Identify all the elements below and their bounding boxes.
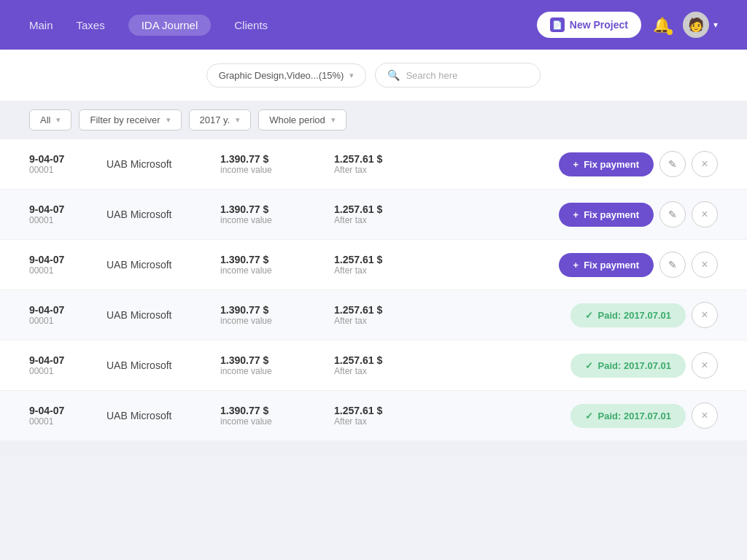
income-amount: 1.390.77 $ — [220, 354, 322, 366]
close-button[interactable]: × — [692, 302, 718, 328]
close-button[interactable]: × — [692, 201, 718, 228]
close-button[interactable]: × — [692, 252, 718, 278]
fix-payment-label: Fix payment — [584, 260, 639, 271]
invoice-date: 9-04-07 — [29, 405, 95, 416]
after-tax-amount: 1.257.61 $ — [334, 354, 436, 366]
col-date: 9-04-07 00001 — [29, 405, 95, 427]
fix-payment-button[interactable]: + Fix payment — [559, 203, 654, 227]
main-nav: Main Taxes IDA Journel Clients — [29, 15, 268, 36]
close-icon: × — [701, 359, 708, 372]
chevron-down-icon: ▾ — [349, 71, 354, 80]
edit-button[interactable]: ✎ — [659, 201, 686, 228]
col-income: 1.390.77 $ income value — [220, 254, 322, 276]
col-after-tax: 1.257.61 $ After tax — [334, 153, 436, 175]
income-amount: 1.390.77 $ — [220, 203, 322, 215]
fix-payment-button[interactable]: + Fix payment — [559, 253, 654, 277]
income-label: income value — [220, 165, 322, 175]
after-tax-label: After tax — [334, 366, 436, 376]
fix-payment-label: Fix payment — [584, 159, 639, 170]
after-tax-label: After tax — [334, 265, 436, 276]
income-label: income value — [220, 265, 322, 276]
table-row: 9-04-07 00001 UAB Microsoft 1.390.77 $ i… — [0, 240, 747, 290]
search-icon: 🔍 — [387, 69, 400, 81]
close-icon: × — [701, 409, 708, 422]
col-date: 9-04-07 00001 — [29, 153, 95, 175]
paid-button: ✓ Paid: 2017.07.01 — [570, 354, 686, 378]
document-icon: 📄 — [550, 18, 565, 32]
search-bar[interactable]: 🔍 — [375, 63, 541, 88]
notification-dot — [667, 29, 673, 35]
filter-receiver-dropdown[interactable]: Filter by receiver ▾ — [79, 109, 181, 131]
table-row: 9-04-07 00001 UAB Microsoft 1.390.77 $ i… — [0, 391, 747, 441]
invoice-date: 9-04-07 — [29, 354, 95, 366]
table-row: 9-04-07 00001 UAB Microsoft 1.390.77 $ i… — [0, 190, 747, 240]
chevron-down-icon: ▾ — [56, 115, 61, 125]
paid-button: ✓ Paid: 2017.07.01 — [570, 303, 686, 327]
after-tax-label: After tax — [334, 215, 436, 225]
invoice-date: 9-04-07 — [29, 153, 95, 165]
chevron-down-icon: ▾ — [166, 115, 171, 125]
table-row: 9-04-07 00001 UAB Microsoft 1.390.77 $ i… — [0, 290, 747, 341]
edit-button[interactable]: ✎ — [659, 151, 686, 177]
col-date: 9-04-07 00001 — [29, 203, 95, 225]
paid-button: ✓ Paid: 2017.07.01 — [570, 404, 686, 428]
after-tax-amount: 1.257.61 $ — [334, 254, 436, 265]
col-client: UAB Microsoft — [107, 158, 209, 170]
search-input[interactable] — [406, 70, 528, 81]
col-after-tax: 1.257.61 $ After tax — [334, 254, 436, 276]
income-label: income value — [220, 316, 322, 326]
check-icon: ✓ — [585, 411, 593, 421]
after-tax-amount: 1.257.61 $ — [334, 304, 436, 316]
chevron-down-icon: ▾ — [713, 20, 718, 30]
fix-payment-button[interactable]: + Fix payment — [559, 152, 654, 176]
col-action: ✓ Paid: 2017.07.01 × — [570, 302, 718, 328]
close-button[interactable]: × — [692, 151, 718, 177]
close-button[interactable]: × — [692, 352, 718, 378]
after-tax-label: After tax — [334, 165, 436, 175]
invoice-id: 00001 — [29, 165, 95, 175]
col-income: 1.390.77 $ income value — [220, 304, 322, 326]
after-tax-amount: 1.257.61 $ — [334, 203, 436, 215]
edit-icon: ✎ — [668, 209, 677, 220]
col-income: 1.390.77 $ income value — [220, 203, 322, 225]
close-button[interactable]: × — [692, 402, 718, 429]
all-dropdown[interactable]: All ▾ — [29, 109, 71, 131]
user-menu[interactable]: 🧑 ▾ — [683, 12, 718, 38]
invoice-id: 00001 — [29, 316, 95, 326]
main-header: Main Taxes IDA Journel Clients 📄 New Pro… — [0, 0, 747, 50]
after-tax-label: After tax — [334, 316, 436, 326]
nav-ida-journel[interactable]: IDA Journel — [128, 15, 212, 36]
new-project-button[interactable]: 📄 New Project — [537, 12, 641, 38]
after-tax-amount: 1.257.61 $ — [334, 405, 436, 416]
col-action: ✓ Paid: 2017.07.01 × — [570, 352, 718, 378]
fix-payment-label: Fix payment — [584, 209, 639, 220]
col-income: 1.390.77 $ income value — [220, 354, 322, 376]
paid-label: Paid: 2017.07.01 — [598, 310, 671, 321]
invoice-id: 00001 — [29, 416, 95, 427]
income-amount: 1.390.77 $ — [220, 405, 322, 416]
col-client: UAB Microsoft — [107, 259, 209, 271]
nav-taxes[interactable]: Taxes — [77, 19, 105, 31]
plus-icon: + — [573, 209, 579, 220]
close-icon: × — [701, 258, 708, 271]
invoice-date: 9-04-07 — [29, 203, 95, 215]
period-dropdown[interactable]: Whole period ▾ — [258, 109, 347, 131]
notification-button[interactable]: 🔔 — [653, 16, 671, 34]
check-icon: ✓ — [585, 360, 593, 371]
col-date: 9-04-07 00001 — [29, 254, 95, 276]
col-client: UAB Microsoft — [107, 359, 209, 371]
close-icon: × — [701, 208, 708, 221]
col-client: UAB Microsoft — [107, 209, 209, 220]
nav-clients[interactable]: Clients — [234, 19, 268, 31]
col-action: + Fix payment ✎ × — [559, 252, 718, 278]
category-dropdown[interactable]: Graphic Design,Video...(15%) ▾ — [206, 63, 367, 88]
controls-row: All ▾ Filter by receiver ▾ 2017 y. ▾ Who… — [0, 101, 747, 139]
edit-button[interactable]: ✎ — [659, 252, 686, 278]
nav-main[interactable]: Main — [29, 19, 53, 31]
income-label: income value — [220, 366, 322, 376]
invoice-table: 9-04-07 00001 UAB Microsoft 1.390.77 $ i… — [0, 139, 747, 456]
year-dropdown[interactable]: 2017 y. ▾ — [189, 109, 252, 131]
after-tax-amount: 1.257.61 $ — [334, 153, 436, 165]
invoice-id: 00001 — [29, 366, 95, 376]
col-action: + Fix payment ✎ × — [559, 151, 718, 177]
